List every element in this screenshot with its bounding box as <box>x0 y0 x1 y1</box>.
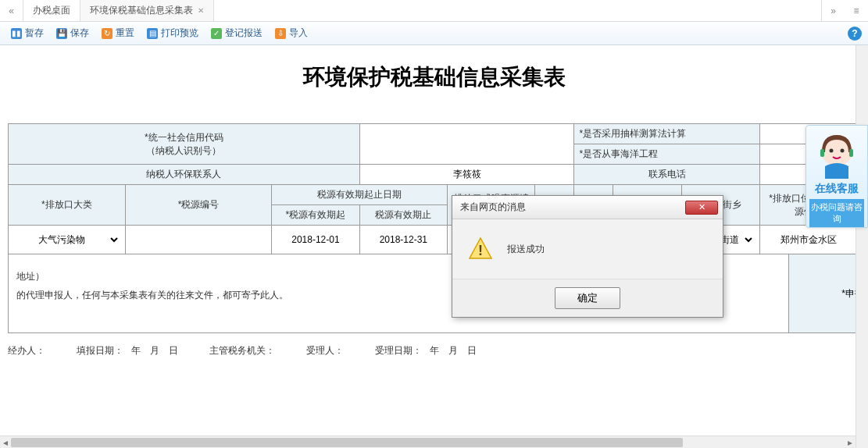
col-valid-start: *税源有效期起 <box>272 205 359 226</box>
pause-icon: ▮▮ <box>11 28 22 39</box>
pause-button[interactable]: ▮▮暂存 <box>6 24 48 42</box>
customer-service-widget[interactable]: 在线客服 办税问题请咨询 <box>805 125 868 228</box>
svg-rect-5 <box>820 149 824 157</box>
svg-text:!: ! <box>478 243 483 258</box>
horizontal-scrollbar[interactable]: ◂ ▸ <box>0 436 855 448</box>
handler-label: 经办人： <box>8 344 45 357</box>
svg-point-4 <box>841 149 845 153</box>
ocean-label: *是否从事海洋工程 <box>574 144 759 165</box>
tab-bar: « 办税桌面 环境保税基础信息采集表 ✕ » ≡ <box>0 0 868 22</box>
col-tax-src-no: *税源编号 <box>125 185 271 226</box>
reset-label: 重置 <box>116 27 134 40</box>
date-template: 年 月 日 <box>430 344 477 357</box>
contact-label: 纳税人环保联系人 <box>9 165 360 185</box>
authority-label: 主管税务机关： <box>209 344 275 357</box>
dialog-close-button[interactable]: ✕ <box>685 201 718 215</box>
col-valid-end: 税源有效期止 <box>359 205 447 226</box>
cell-location[interactable]: 郑州市金水区 <box>759 226 857 254</box>
col-valid-period: 税源有效期起止日期 <box>272 185 448 205</box>
col-emit-cat: *排放口大类 <box>9 185 126 226</box>
date-template: 年 月 日 <box>131 344 178 357</box>
tab-close-icon[interactable]: ✕ <box>198 6 204 15</box>
toolbar: ▮▮暂存 💾保存 ↻重置 ▤打印预览 ✓登记报送 ⇩导入 ? <box>0 22 868 45</box>
form-table: *统一社会信用代码 （纳税人识别号） *是否采用抽样测算法计算 *是否从事海洋工… <box>8 123 868 254</box>
check-icon: ✓ <box>211 28 222 39</box>
content-area: 环境保护税基础信息采集表 *统一社会信用代码 （纳税人识别号） *是否采用抽样测… <box>0 45 868 448</box>
page-title: 环境保护税基础信息采集表 <box>0 45 868 123</box>
vertical-scrollbar[interactable] <box>855 45 868 448</box>
assistant-avatar-icon <box>813 130 861 179</box>
svg-rect-6 <box>849 149 853 157</box>
address-block: 地址） 的代理申报人，任何与本采集表有关的往来文件，都可寄予此人。 *申报人声明 <box>8 254 868 333</box>
emit-cat-select[interactable]: 大气污染物 <box>13 229 120 251</box>
dialog-ok-button[interactable]: 确定 <box>555 287 620 309</box>
svg-point-3 <box>830 149 834 153</box>
footer-row: 经办人： 填报日期：年 月 日 主管税务机关： 受理人： 受理日期：年 月 日 <box>8 344 868 357</box>
table-row: 大气污染物 2018-12-01 2018-12-31 噪音源1 噪 中原区 林… <box>9 226 869 254</box>
save-icon: 💾 <box>56 28 67 39</box>
dialog-message: 报送成功 <box>507 243 545 256</box>
cell-valid-start[interactable]: 2018-12-01 <box>272 226 359 254</box>
social-code-label: *统一社会信用代码 （纳税人识别号） <box>9 124 360 165</box>
fill-date-label: 填报日期： <box>77 344 123 357</box>
tax-src-input[interactable] <box>130 229 266 251</box>
import-button[interactable]: ⇩导入 <box>270 24 313 42</box>
assistant-subtitle: 办税问题请咨询 <box>809 199 864 227</box>
import-label: 导入 <box>289 27 308 40</box>
submit-button[interactable]: ✓登记报送 <box>206 24 267 42</box>
scroll-thumb[interactable] <box>11 438 683 447</box>
tab-env-tax-form[interactable]: 环境保税基础信息采集表 ✕ <box>80 0 214 21</box>
save-button[interactable]: 💾保存 <box>52 24 94 42</box>
tab-label: 办税桌面 <box>33 4 70 17</box>
submit-label: 登记报送 <box>225 27 263 40</box>
phone-label: 联系电话 <box>574 165 759 185</box>
message-dialog: 来自网页的消息 ✕ ! 报送成功 确定 <box>452 195 723 318</box>
dialog-title: 来自网页的消息 <box>460 201 685 214</box>
cell-tax-src-no[interactable] <box>125 226 271 254</box>
scroll-left-icon[interactable]: ◂ <box>0 436 11 448</box>
social-code-value[interactable] <box>359 124 574 165</box>
save-label: 保存 <box>70 27 89 40</box>
dialog-titlebar[interactable]: 来自网页的消息 ✕ <box>452 196 723 219</box>
reset-icon: ↻ <box>102 28 113 39</box>
tabs-prev-button[interactable]: « <box>0 0 23 21</box>
pause-label: 暂存 <box>25 27 44 40</box>
preview-label: 打印预览 <box>161 27 198 40</box>
warning-icon: ! <box>468 236 493 261</box>
tabs-next-button[interactable]: » <box>821 0 845 21</box>
contact-value[interactable]: 李筱筱 <box>359 165 574 185</box>
receiver-label: 受理人： <box>306 344 344 357</box>
recv-date-label: 受理日期： <box>375 344 422 357</box>
reset-button[interactable]: ↻重置 <box>97 24 139 42</box>
cell-valid-end[interactable]: 2018-12-31 <box>359 226 447 254</box>
print-preview-button[interactable]: ▤打印预览 <box>142 24 203 42</box>
tab-label: 环境保税基础信息采集表 <box>90 4 193 17</box>
print-icon: ▤ <box>147 28 158 39</box>
tabs-menu-button[interactable]: ≡ <box>845 0 868 21</box>
import-icon: ⇩ <box>275 28 286 39</box>
scroll-right-icon[interactable]: ▸ <box>845 436 855 448</box>
sampling-label: *是否采用抽样测算法计算 <box>574 124 759 144</box>
assistant-title: 在线客服 <box>809 182 864 196</box>
help-button[interactable]: ? <box>848 27 862 41</box>
cell-emit-cat[interactable]: 大气污染物 <box>9 226 126 254</box>
tab-desktop[interactable]: 办税桌面 <box>23 0 80 21</box>
